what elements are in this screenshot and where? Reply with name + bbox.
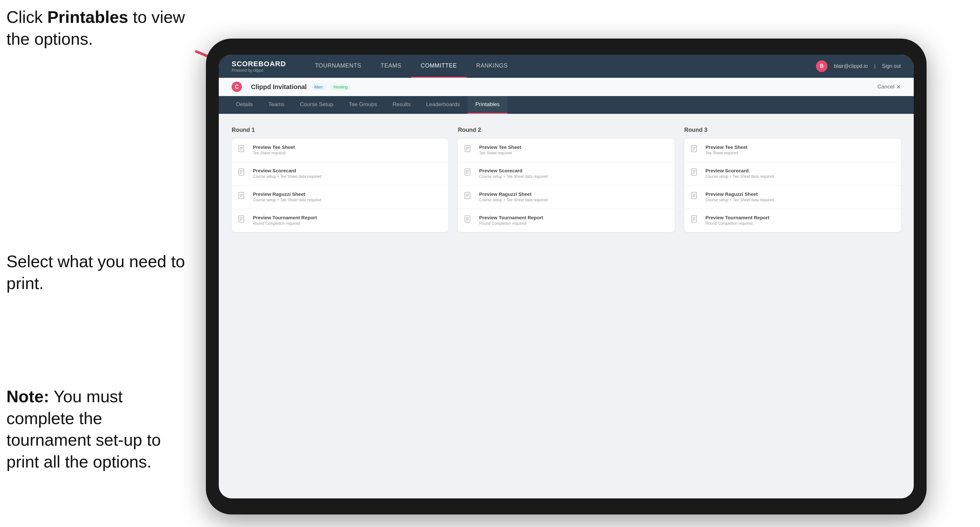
- scoreboard-sub: Powered by clippd: [232, 68, 286, 73]
- round-2-scorecard-subtitle: Course setup + Tee Sheet data required: [479, 174, 668, 179]
- instruction-top: Click Printables to view the options.: [6, 6, 187, 50]
- round-3-raguzzi-subtitle: Course setup + Tee Sheet data required: [706, 198, 894, 202]
- round-3-tee-sheet[interactable]: Preview Tee Sheet Tee Sheet required: [684, 138, 901, 162]
- round-1-title: Round 1: [232, 127, 448, 133]
- round-3-tee-sheet-text: Preview Tee Sheet Tee Sheet required: [706, 144, 894, 155]
- round-2-tee-sheet-text: Preview Tee Sheet Tee Sheet required: [479, 144, 668, 155]
- round-1-raguzzi[interactable]: Preview Raguzzi Sheet Course setup + Tee…: [232, 186, 448, 209]
- tab-results[interactable]: Results: [385, 96, 418, 114]
- tournament-info: C Clippd Invitational Men Hosting: [232, 82, 351, 92]
- instruction-bottom: Note: You must complete the tournament s…: [6, 386, 187, 473]
- round-3-scorecard-title: Preview Scorecard: [706, 168, 894, 173]
- tee-sheet-icon: [238, 145, 248, 156]
- round-3-raguzzi-title: Preview Raguzzi Sheet: [706, 191, 894, 197]
- round-2-title: Round 2: [458, 127, 675, 133]
- instruction-middle-text: Select what you need to print.: [6, 252, 185, 293]
- printables-bold: Printables: [47, 8, 128, 26]
- main-content: Round 1 Preview Tee Sheet Tee Sheet requ…: [219, 114, 914, 498]
- cancel-button[interactable]: Cancel ✕: [877, 84, 901, 90]
- tab-leaderboards[interactable]: Leaderboards: [418, 96, 468, 114]
- nav-link-rankings[interactable]: RANKINGS: [466, 55, 517, 78]
- r2-scorecard-icon: [464, 168, 474, 179]
- tournament-header: C Clippd Invitational Men Hosting Cancel…: [219, 78, 914, 96]
- round-1-tee-sheet-subtitle: Tee Sheet required: [253, 151, 442, 155]
- round-1-scorecard-text: Preview Scorecard Course setup + Tee She…: [253, 168, 442, 179]
- r3-raguzzi-icon: [691, 192, 700, 203]
- round-3-title: Round 3: [684, 127, 901, 133]
- round-1-scorecard[interactable]: Preview Scorecard Course setup + Tee She…: [232, 162, 448, 186]
- round-2-scorecard[interactable]: Preview Scorecard Course setup + Tee She…: [458, 162, 675, 186]
- tab-details[interactable]: Details: [228, 96, 261, 114]
- round-1-tee-sheet-text: Preview Tee Sheet Tee Sheet required: [253, 144, 442, 155]
- scoreboard-title: SCOREBOARD: [232, 60, 286, 68]
- round-3-report-text: Preview Tournament Report Round Completi…: [706, 215, 894, 226]
- round-2-tee-sheet-subtitle: Tee Sheet required: [479, 151, 668, 155]
- round-3-report-subtitle: Round Completion required: [706, 221, 894, 226]
- instruction-top-text: Click Printables to view the options.: [6, 8, 185, 48]
- round-2-cards: Preview Tee Sheet Tee Sheet required Pre…: [458, 138, 675, 232]
- round-2-tournament-report[interactable]: Preview Tournament Report Round Completi…: [458, 209, 675, 232]
- round-2-scorecard-title: Preview Scorecard: [479, 168, 668, 173]
- cancel-x-icon: ✕: [896, 84, 901, 90]
- raguzzi-icon: [238, 192, 248, 203]
- round-1-tee-sheet-title: Preview Tee Sheet: [253, 144, 442, 150]
- round-2-report-title: Preview Tournament Report: [479, 215, 668, 220]
- note-bold: Note:: [6, 387, 49, 406]
- round-3-scorecard-text: Preview Scorecard Course setup + Tee She…: [706, 168, 894, 179]
- round-3-report-title: Preview Tournament Report: [706, 215, 894, 220]
- tournament-name: Clippd Invitational: [251, 83, 307, 90]
- round-1-tee-sheet[interactable]: Preview Tee Sheet Tee Sheet required: [232, 138, 448, 162]
- round-2-scorecard-text: Preview Scorecard Course setup + Tee She…: [479, 168, 668, 179]
- round-2-column: Round 2 Preview Tee Sheet Tee Sheet requ…: [458, 127, 675, 232]
- round-3-column: Round 3 Preview Tee Sheet Tee Sheet requ…: [684, 127, 901, 232]
- nav-user-email: blair@clippd.io: [834, 63, 868, 69]
- instruction-middle: Select what you need to print.: [6, 251, 187, 294]
- nav-links: TOURNAMENTS TEAMS COMMITTEE RANKINGS: [305, 55, 816, 78]
- tab-tee-groups[interactable]: Tee Groups: [341, 96, 385, 114]
- tournament-logo: C: [232, 82, 242, 92]
- round-2-tee-sheet-title: Preview Tee Sheet: [479, 144, 668, 150]
- round-1-raguzzi-title: Preview Raguzzi Sheet: [253, 191, 442, 197]
- round-2-raguzzi-title: Preview Raguzzi Sheet: [479, 191, 668, 197]
- round-3-scorecard[interactable]: Preview Scorecard Course setup + Tee She…: [684, 162, 901, 186]
- nav-avatar: B: [816, 60, 827, 72]
- round-1-report-subtitle: Round Completion required: [253, 221, 442, 226]
- r3-scorecard-icon: [691, 168, 700, 179]
- round-1-report-title: Preview Tournament Report: [253, 215, 442, 220]
- round-1-report-text: Preview Tournament Report Round Completi…: [253, 215, 442, 226]
- tablet-device: SCOREBOARD Powered by clippd TOURNAMENTS…: [206, 38, 927, 514]
- nav-link-teams[interactable]: TEAMS: [371, 55, 411, 78]
- tablet-screen: SCOREBOARD Powered by clippd TOURNAMENTS…: [219, 55, 914, 498]
- nav-link-committee[interactable]: COMMITTEE: [411, 55, 467, 78]
- r2-tee-sheet-icon: [464, 145, 474, 156]
- hosting-badge: Hosting: [331, 84, 351, 90]
- rounds-grid: Round 1 Preview Tee Sheet Tee Sheet requ…: [232, 127, 901, 232]
- round-2-raguzzi[interactable]: Preview Raguzzi Sheet Course setup + Tee…: [458, 186, 675, 209]
- round-2-report-subtitle: Round Completion required: [479, 221, 668, 226]
- round-3-cards: Preview Tee Sheet Tee Sheet required Pre…: [684, 138, 901, 232]
- round-3-raguzzi-text: Preview Raguzzi Sheet Course setup + Tee…: [706, 191, 894, 202]
- tournament-badge: Men: [311, 84, 326, 90]
- sign-out-link[interactable]: Sign out: [882, 63, 901, 69]
- nav-link-tournaments[interactable]: TOURNAMENTS: [305, 55, 371, 78]
- round-1-column: Round 1 Preview Tee Sheet Tee Sheet requ…: [232, 127, 448, 232]
- round-2-tee-sheet[interactable]: Preview Tee Sheet Tee Sheet required: [458, 138, 675, 162]
- r3-report-icon: [691, 216, 700, 226]
- tab-teams[interactable]: Teams: [261, 96, 292, 114]
- round-1-tournament-report[interactable]: Preview Tournament Report Round Completi…: [232, 209, 448, 232]
- round-1-scorecard-subtitle: Course setup + Tee Sheet data required: [253, 174, 442, 179]
- nav-right: B blair@clippd.io | Sign out: [816, 60, 901, 72]
- round-3-tee-sheet-title: Preview Tee Sheet: [706, 144, 894, 150]
- round-3-raguzzi[interactable]: Preview Raguzzi Sheet Course setup + Tee…: [684, 186, 901, 209]
- tab-course-setup[interactable]: Course Setup: [292, 96, 341, 114]
- r2-raguzzi-icon: [464, 192, 474, 203]
- top-nav: SCOREBOARD Powered by clippd TOURNAMENTS…: [219, 55, 914, 78]
- round-1-scorecard-title: Preview Scorecard: [253, 168, 442, 173]
- r2-report-icon: [464, 216, 474, 226]
- scorecard-icon: [238, 168, 248, 179]
- round-3-tournament-report[interactable]: Preview Tournament Report Round Completi…: [684, 209, 901, 232]
- tournament-report-icon: [238, 216, 248, 226]
- tab-printables[interactable]: Printables: [468, 96, 508, 114]
- round-3-tee-sheet-subtitle: Tee Sheet required: [706, 151, 894, 155]
- round-1-cards: Preview Tee Sheet Tee Sheet required Pre…: [232, 138, 448, 232]
